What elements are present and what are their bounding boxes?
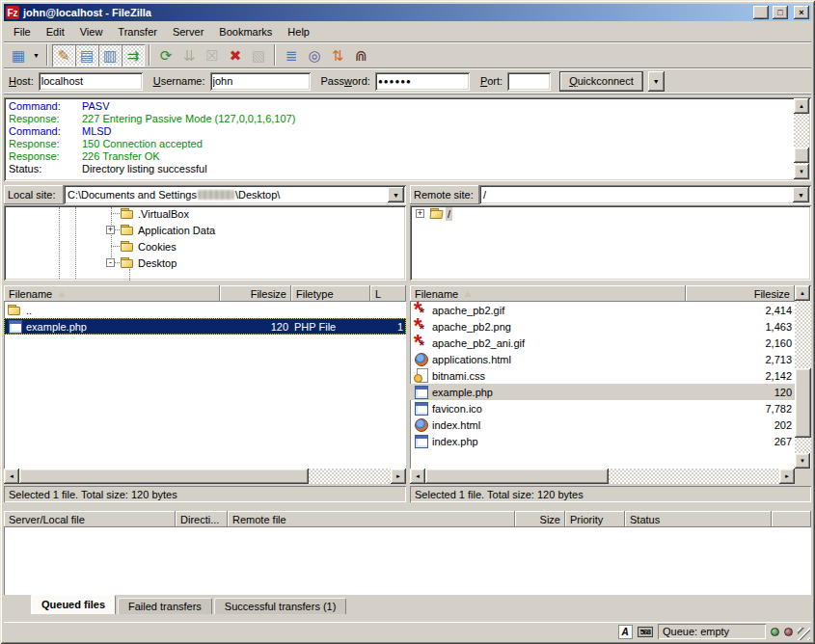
- file-row[interactable]: ..: [4, 302, 406, 318]
- column-header[interactable]: Filesize: [220, 285, 291, 302]
- column-header[interactable]: Status: [625, 511, 772, 527]
- title-bar[interactable]: Fz john@localhost - FileZilla _ □ ×: [4, 4, 811, 21]
- local-site-dropdown-icon[interactable]: ▼: [388, 187, 404, 202]
- column-header[interactable]: Priority: [565, 511, 625, 527]
- host-input[interactable]: [39, 72, 143, 91]
- tree-expander-icon[interactable]: -: [106, 258, 115, 267]
- scroll-right-icon[interactable]: ►: [779, 469, 795, 484]
- close-button[interactable]: ×: [794, 6, 809, 19]
- column-header[interactable]: Directi...: [176, 511, 228, 527]
- remote-site-combobox[interactable]: / ▼: [479, 185, 811, 204]
- remote-site-label: Remote site:: [410, 185, 479, 204]
- local-horizontal-scrollbar[interactable]: ◄ ►: [4, 469, 406, 484]
- image-file-icon: [413, 303, 429, 317]
- quickconnect-button[interactable]: Quickconnect: [559, 71, 643, 92]
- toggle-queue-icon[interactable]: ⇉: [122, 44, 145, 67]
- local-site-row: Local site: C:\Documents and Settings\De…: [4, 185, 406, 204]
- reconnect-icon[interactable]: ▧: [247, 44, 270, 67]
- menu-item[interactable]: Transfer: [110, 24, 165, 40]
- column-header[interactable]: Filetype: [291, 285, 370, 302]
- column-header[interactable]: Filename: [4, 285, 220, 302]
- menu-item[interactable]: Bookmarks: [211, 24, 280, 40]
- file-row[interactable]: applications.html 2,713: [410, 351, 795, 367]
- scroll-down-icon[interactable]: ▼: [794, 164, 809, 179]
- transfer-type-icon[interactable]: A: [618, 625, 633, 639]
- port-input[interactable]: [507, 72, 551, 91]
- file-row[interactable]: example.php 120: [410, 384, 795, 400]
- refresh-icon[interactable]: ⟳: [154, 44, 177, 67]
- scroll-left-icon[interactable]: ◄: [410, 469, 425, 484]
- tree-item[interactable]: - Desktop: [4, 255, 406, 271]
- directory-comparison-icon[interactable]: ◎: [303, 44, 326, 67]
- log-line: Response: 226 Transfer OK: [9, 150, 790, 163]
- file-row[interactable]: apache_pb2_ani.gif 2,160: [410, 335, 795, 351]
- file-row[interactable]: example.php 120 PHP File 1: [4, 318, 406, 335]
- cancel-operation-icon[interactable]: ☒: [201, 44, 224, 67]
- remote-directory-tree: + /: [410, 205, 811, 281]
- column-header[interactable]: L: [370, 285, 406, 302]
- remote-site-dropdown-icon[interactable]: ▼: [793, 187, 809, 202]
- column-header[interactable]: Remote file: [228, 511, 515, 527]
- file-row[interactable]: bitnami.css 2,142: [410, 367, 795, 384]
- scroll-thumb[interactable]: [795, 368, 811, 438]
- quickconnect-bar: Host: Username: Password: Port: Quickcon…: [4, 67, 811, 94]
- scroll-thumb[interactable]: [19, 469, 309, 484]
- local-site-combobox[interactable]: C:\Documents and Settings\Desktop\ ▼: [64, 185, 406, 204]
- minimize-button[interactable]: _: [753, 6, 769, 19]
- tree-item[interactable]: .VirtualBox: [4, 205, 406, 222]
- scroll-right-icon[interactable]: ►: [391, 469, 406, 484]
- file-row[interactable]: index.html 202: [410, 416, 795, 433]
- quickconnect-dropdown-icon[interactable]: ▼: [648, 71, 665, 92]
- tree-expander-icon[interactable]: +: [106, 226, 115, 234]
- queue-tab[interactable]: Queued files: [31, 595, 116, 614]
- username-input[interactable]: [210, 72, 311, 91]
- tree-item[interactable]: Cookies: [4, 238, 406, 255]
- find-files-icon[interactable]: ⋒: [349, 44, 372, 67]
- scroll-left-icon[interactable]: ◄: [4, 469, 19, 484]
- toggle-local-tree-icon[interactable]: ▤: [75, 44, 98, 67]
- menu-item[interactable]: Edit: [39, 24, 72, 40]
- file-row[interactable]: index.php 267: [410, 433, 795, 449]
- column-header-filler: [772, 511, 811, 527]
- queue-tab[interactable]: Failed transfers: [118, 598, 212, 614]
- toggle-remote-tree-icon[interactable]: ▥: [98, 44, 122, 67]
- disconnect-icon[interactable]: ✖: [224, 44, 247, 67]
- file-row[interactable]: apache_pb2.gif 2,414: [410, 302, 795, 318]
- scroll-thumb[interactable]: [425, 469, 609, 484]
- scroll-thumb[interactable]: [794, 148, 809, 163]
- window-title: john@localhost - FileZilla: [23, 7, 749, 18]
- queue-tab[interactable]: Successful transfers (1): [214, 598, 347, 614]
- log-scrollbar[interactable]: ▲ ▼: [794, 98, 809, 179]
- menu-item[interactable]: File: [6, 24, 39, 40]
- speed-limit-icon[interactable]: 568: [638, 627, 653, 637]
- scroll-down-icon[interactable]: ▼: [795, 453, 810, 469]
- synchronized-browsing-icon[interactable]: ⇅: [326, 44, 349, 67]
- file-row[interactable]: apache_pb2.png 1,463: [410, 318, 795, 335]
- resize-grip[interactable]: [798, 628, 810, 640]
- process-queue-icon[interactable]: ⇊: [177, 44, 201, 67]
- tree-item[interactable]: + /: [410, 205, 811, 222]
- filter-icon[interactable]: ≣: [280, 44, 303, 67]
- menu-item[interactable]: Server: [165, 24, 211, 40]
- menu-item[interactable]: View: [72, 24, 111, 40]
- firefox-icon: [413, 417, 429, 432]
- scroll-up-icon[interactable]: ▲: [795, 285, 810, 301]
- file-row[interactable]: favicon.ico 7,782: [410, 400, 795, 416]
- tree-expander-icon[interactable]: +: [416, 209, 424, 218]
- column-header[interactable]: Size: [515, 511, 565, 527]
- site-manager-dropdown-icon[interactable]: ▼: [30, 44, 42, 67]
- remote-horizontal-scrollbar[interactable]: ◄ ►: [410, 469, 795, 484]
- column-header[interactable]: Filename: [410, 285, 686, 302]
- sort-ascending-icon: [58, 291, 66, 297]
- queue-status: Queue: empty: [658, 624, 766, 639]
- tree-item[interactable]: + Application Data: [4, 222, 406, 238]
- maximize-button[interactable]: □: [773, 6, 788, 19]
- remote-vertical-scrollbar[interactable]: ▲ ▼: [795, 285, 811, 469]
- password-input[interactable]: [375, 72, 470, 91]
- scroll-up-icon[interactable]: ▲: [794, 98, 809, 114]
- menu-item[interactable]: Help: [280, 24, 317, 40]
- site-manager-icon[interactable]: ▦: [7, 44, 30, 67]
- column-header[interactable]: Server/Local file: [4, 511, 176, 527]
- toggle-log-icon[interactable]: ✎: [52, 44, 75, 67]
- column-header[interactable]: Filesize: [686, 285, 795, 302]
